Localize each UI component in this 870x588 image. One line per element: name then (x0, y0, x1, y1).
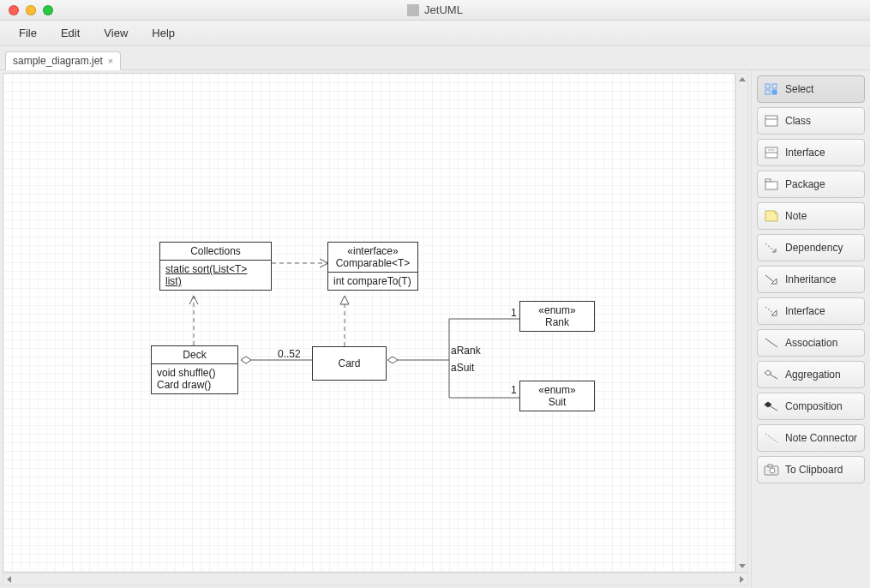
enum-rank[interactable]: «enum» Rank (519, 301, 595, 332)
menubar: File Edit View Help (0, 21, 870, 46)
tool-label: Select (785, 83, 813, 95)
package-icon (764, 177, 779, 191)
svg-rect-18 (765, 182, 777, 189)
role-asuit: aSuit (451, 362, 474, 374)
scroll-down-icon[interactable] (739, 564, 746, 568)
tool-label: To Clipboard (785, 464, 843, 476)
tool-label: Interface (785, 305, 825, 317)
class-deck[interactable]: Deck void shuffle() Card draw() (151, 345, 238, 394)
stereotype: «interface» (328, 243, 417, 257)
menu-edit[interactable]: Edit (49, 23, 92, 43)
inheritance-icon (764, 273, 779, 286)
menu-file[interactable]: File (7, 23, 49, 43)
svg-rect-12 (765, 116, 777, 126)
connectors-layer (3, 74, 735, 572)
tool-inheritance[interactable]: Inheritance (757, 266, 865, 293)
tool-select[interactable]: Select (757, 75, 865, 103)
stereotype: «enum» (520, 302, 594, 316)
stereotype: «enum» (520, 381, 594, 396)
horizontal-scrollbar[interactable] (3, 573, 748, 585)
svg-line-21 (765, 307, 774, 314)
class-method: void shuffle() (152, 364, 237, 379)
vertical-scrollbar[interactable] (735, 73, 748, 573)
svg-rect-9 (772, 84, 777, 88)
dependency-icon (764, 241, 779, 255)
tool-note[interactable]: Note (757, 202, 865, 230)
interface-icon (764, 146, 779, 159)
select-icon (764, 82, 779, 96)
tab-close-icon[interactable]: × (108, 56, 113, 66)
close-window-icon[interactable] (9, 5, 19, 15)
class-method: static sort(List<T> list) (165, 263, 247, 287)
class-name: Card (333, 355, 365, 372)
svg-rect-10 (765, 90, 770, 94)
interface-rel-icon (764, 304, 779, 318)
svg-rect-8 (765, 84, 770, 88)
app-icon (407, 4, 419, 16)
tool-note-connector[interactable]: Note Connector (757, 424, 865, 452)
diagram-canvas[interactable]: Collections static sort(List<T> list) «i… (3, 73, 735, 573)
tool-interface[interactable]: Interface (757, 139, 865, 166)
tabstrip: sample_diagram.jet × (0, 46, 870, 70)
toolbox: Select Class Interface Package Note (751, 70, 870, 588)
tool-label: Aggregation (785, 369, 841, 381)
class-method: Card draw() (152, 379, 237, 393)
svg-line-20 (765, 275, 774, 282)
multiplicity-one: 1 (511, 307, 517, 319)
role-arank: aRank (451, 345, 481, 357)
tool-label: Package (785, 178, 825, 190)
main: Collections static sort(List<T> list) «i… (0, 70, 870, 588)
multiplicity-one: 1 (511, 384, 517, 396)
minimize-window-icon[interactable] (26, 5, 36, 15)
title-center: JetUML (0, 3, 870, 16)
class-name: Collections (160, 243, 271, 260)
class-card[interactable]: Card (312, 346, 387, 381)
scroll-left-icon[interactable] (7, 576, 11, 583)
tool-label: Class (785, 115, 811, 127)
class-collections[interactable]: Collections static sort(List<T> list) (159, 242, 272, 291)
app-title: JetUML (424, 3, 463, 16)
tool-package[interactable]: Package (757, 171, 865, 198)
tool-label: Note (785, 210, 807, 222)
menu-help[interactable]: Help (140, 23, 187, 43)
tool-interface-relation[interactable]: Interface (757, 297, 865, 325)
svg-rect-27 (768, 465, 772, 467)
interface-method: int compareTo(T) (328, 273, 417, 290)
svg-line-23 (769, 374, 777, 379)
titlebar: JetUML (0, 0, 870, 21)
camera-icon (764, 463, 779, 477)
class-icon (764, 114, 779, 128)
tool-label: Composition (785, 400, 843, 412)
zoom-window-icon[interactable] (43, 5, 53, 15)
tool-label: Dependency (785, 242, 843, 254)
tool-aggregation[interactable]: Aggregation (757, 361, 865, 388)
tool-class[interactable]: Class (757, 107, 865, 135)
enum-suit[interactable]: «enum» Suit (519, 381, 595, 411)
svg-line-24 (769, 405, 777, 411)
aggregation-icon (764, 368, 779, 381)
enum-name: Rank (520, 316, 594, 331)
tool-association[interactable]: Association (757, 329, 865, 357)
canvas-scroll: Collections static sort(List<T> list) «i… (3, 73, 748, 573)
scroll-up-icon[interactable] (739, 77, 746, 81)
tab-sample-diagram[interactable]: sample_diagram.jet × (5, 51, 121, 70)
enum-name: Suit (520, 396, 594, 411)
scroll-right-icon[interactable] (740, 576, 744, 583)
tool-to-clipboard[interactable]: To Clipboard (757, 456, 865, 483)
svg-line-19 (765, 243, 776, 252)
interface-comparable[interactable]: «interface» Comparable<T> int compareTo(… (327, 242, 418, 291)
window-controls (0, 5, 53, 15)
menu-view[interactable]: View (92, 23, 140, 43)
tool-composition[interactable]: Composition (757, 393, 865, 420)
multiplicity-label: 0..52 (278, 348, 301, 360)
class-name: Deck (152, 346, 237, 363)
svg-rect-11 (772, 90, 777, 94)
interface-name: Comparable<T> (328, 257, 417, 272)
canvas-wrap: Collections static sort(List<T> list) «i… (0, 70, 751, 588)
tool-dependency[interactable]: Dependency (757, 234, 865, 261)
svg-point-28 (770, 468, 775, 473)
tool-label: Interface (785, 147, 825, 159)
association-icon (764, 336, 779, 350)
svg-line-25 (765, 434, 777, 442)
note-icon (764, 209, 779, 223)
